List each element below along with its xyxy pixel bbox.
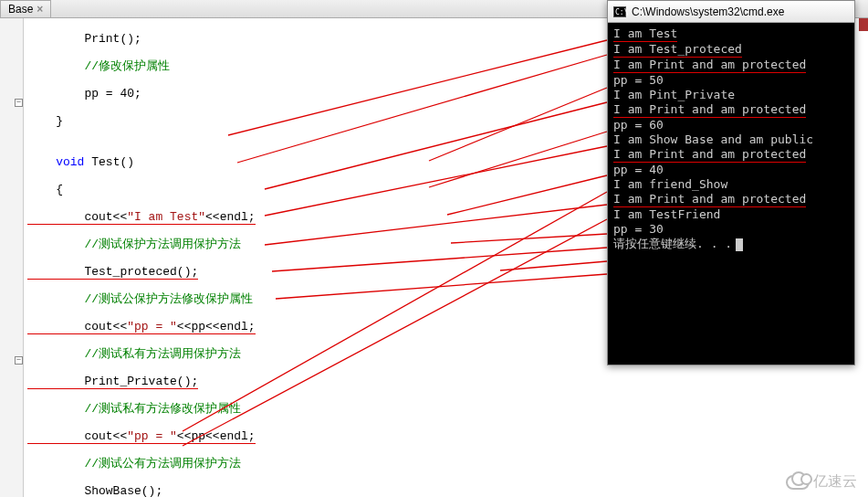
console-line: I am Print and am protected [613,147,849,163]
cursor-block [736,238,743,251]
console-line: pp = 60 [613,118,849,132]
console-line: I am Print and am protected [613,192,849,207]
fold-toggle[interactable]: − [15,99,23,107]
console-line: I am friend_Show [613,177,849,192]
console-line: I am Test_proteced [613,42,849,58]
tab-label: Base [8,3,33,16]
close-icon[interactable]: × [37,3,43,16]
console-line: I am Print and am protected [613,102,849,118]
code-line: cout<<"pp = "<<pp<<endl; [27,429,868,443]
console-line: I am Print and am protected [613,58,849,73]
editor-gutter[interactable]: − − [0,18,24,497]
console-line: I am Show Base and am public [613,132,849,147]
cloud-icon [786,475,810,490]
console-line: pp = 50 [613,73,849,88]
overview-marker [859,18,868,31]
console-titlebar[interactable]: C:\ C:\Windows\system32\cmd.exe [608,1,854,23]
console-output: I am TestI am Test_protecedI am Print an… [608,23,854,255]
file-tab-base[interactable]: Base × [0,0,51,18]
code-line: Print_Private(); [27,375,868,388]
console-line: I am Pint_Private [613,88,849,102]
cmd-icon: C:\ [613,6,626,17]
console-line: I am Test [613,26,849,42]
watermark: 亿速云 [786,472,857,492]
fold-toggle[interactable]: − [15,356,23,365]
console-line: pp = 40 [613,163,849,177]
code-line: //测试公有方法调用保护方法 [27,457,868,471]
console-line: pp = 30 [613,222,849,237]
console-line: 请按任意键继续. . . [613,237,849,251]
watermark-text: 亿速云 [813,472,857,492]
console-title: C:\Windows\system32\cmd.exe [632,5,784,18]
console-window[interactable]: C:\ C:\Windows\system32\cmd.exe I am Tes… [607,0,855,365]
code-line: ShowBase(); [27,484,868,497]
code-line: //测试私有方法修改保护属性 [27,402,868,416]
console-line: I am TestFriend [613,207,849,222]
